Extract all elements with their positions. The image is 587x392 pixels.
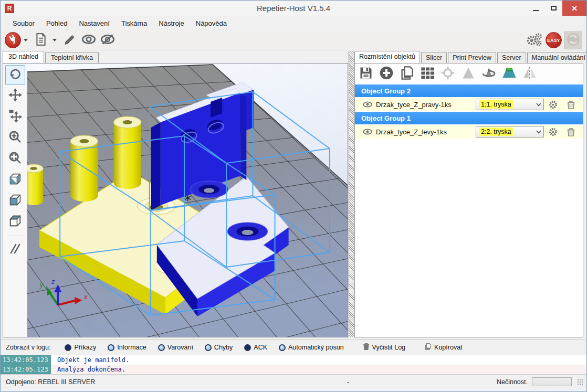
statusbar: Odpojeno: REBEL III SERVER - Nečinnost.	[1, 374, 586, 389]
emergency-stop-button[interactable]	[564, 31, 582, 49]
main-area: 3D náhled Teplotní křivka	[1, 50, 586, 340]
autoposition-button[interactable]	[420, 66, 435, 82]
load-dropdown-caret[interactable]	[53, 39, 57, 41]
tab-temperature-curve[interactable]: Teplotní křivka	[45, 52, 99, 63]
pane-splitter[interactable]	[348, 51, 354, 337]
object-row[interactable]: Drzak_tyce_Z_levy-1ks 2:2. tryska	[355, 125, 583, 139]
move-object-button[interactable]	[5, 107, 25, 127]
grid-squares-icon	[420, 66, 435, 82]
printer-settings-button[interactable]	[527, 33, 542, 48]
tab-manual-control[interactable]: Manuální ovládání	[527, 52, 587, 63]
extruder-select[interactable]: 1:1. tryska	[476, 99, 544, 110]
tab-server[interactable]: Server	[497, 52, 526, 63]
log-message: Objekt je manifold.	[51, 356, 129, 364]
hide-travel-button[interactable]	[100, 33, 116, 48]
object-name: Drzak_tyce_Z_levy-1ks	[376, 128, 476, 136]
tab-slicer[interactable]: Slicer	[421, 52, 447, 63]
rotate-object-icon	[481, 66, 497, 82]
menu-soubor[interactable]: Soubor	[7, 17, 40, 29]
log-view[interactable]: 13:42:05.123 Objekt je manifold. 13:42:0…	[1, 355, 586, 374]
filter-errors[interactable]: Chyby	[200, 343, 237, 352]
log-filter-label: Zobrazit v logu:	[6, 344, 50, 351]
canvas-3d[interactable]: * x y z	[27, 63, 348, 337]
tab-print-preview[interactable]: Print Preview	[448, 52, 496, 63]
progress-bar	[532, 377, 572, 386]
filter-ack-icon	[244, 344, 251, 351]
view-toolbar	[3, 63, 27, 337]
center-object-button[interactable]	[440, 66, 456, 82]
window-title: Repetier-Host V1.5.4	[1, 4, 586, 13]
filter-autoscroll[interactable]: Automatický posun	[274, 343, 349, 352]
clear-log-button[interactable]: Vyčistit Log	[358, 342, 410, 353]
object-settings-button[interactable]	[544, 100, 562, 109]
filter-commands-icon	[65, 344, 71, 351]
rotate-object-button[interactable]	[481, 66, 497, 82]
menu-nastroje[interactable]: Nástroje	[153, 17, 190, 29]
object-row[interactable]: Drzak_tyce_Z_pravy-1ks 1:1. tryska	[355, 98, 583, 112]
activity-status: Nečinnost.	[497, 378, 528, 386]
tab-object-placement[interactable]: Rozmístění objektů	[354, 51, 420, 63]
rotate-view-button[interactable]	[5, 65, 25, 85]
filter-ack[interactable]: ACK	[239, 343, 272, 352]
menu-nastaveni[interactable]: Nastavení	[73, 17, 116, 29]
view-top-button[interactable]	[5, 212, 25, 232]
filter-warnings-icon	[158, 344, 165, 351]
resize-grip-icon[interactable]	[577, 379, 583, 385]
save-button[interactable]	[358, 66, 374, 82]
visibility-eye-icon[interactable]	[362, 101, 376, 108]
object-toolbar	[355, 63, 583, 84]
menu-tiskarna[interactable]: Tiskárna	[116, 17, 153, 29]
tab-3d-preview[interactable]: 3D náhled	[3, 51, 44, 63]
chevron-down-icon	[536, 101, 541, 108]
scale-triangle-icon	[461, 66, 476, 82]
cut-object-button[interactable]	[501, 66, 517, 82]
kill-icon	[566, 32, 581, 49]
object-settings-button[interactable]	[544, 128, 562, 136]
easy-mode-button[interactable]: EASY	[546, 32, 562, 48]
zoom-fit-button[interactable]	[5, 149, 25, 169]
close-button[interactable]: ✕	[562, 1, 586, 16]
zoom-in-button[interactable]	[5, 128, 25, 148]
filter-warnings[interactable]: Varování	[153, 343, 198, 352]
mirror-object-button[interactable]	[522, 66, 538, 82]
cube-front-icon	[8, 193, 23, 209]
menu-pohled[interactable]: Pohled	[40, 17, 73, 29]
edit-button[interactable]	[62, 33, 78, 48]
log-entry: 13:42:05.123 Objekt je manifold.	[1, 355, 586, 365]
connection-status: Odpojeno: REBEL III SERVER	[1, 378, 347, 386]
filter-errors-icon	[205, 344, 212, 351]
right-pane: Rozmístění objektů Slicer Print Preview …	[354, 51, 586, 337]
connect-dropdown-caret[interactable]	[24, 39, 28, 41]
connect-button[interactable]	[5, 32, 21, 48]
log-entry: 13:42:05.123 Analýza dokončena.	[1, 365, 586, 374]
cube-isometric-icon	[8, 172, 23, 188]
delete-object-button[interactable]	[562, 100, 580, 109]
scale-object-button[interactable]	[460, 66, 476, 82]
filter-commands[interactable]: Příkazy	[60, 343, 101, 352]
plus-circle-icon	[379, 66, 394, 82]
connect-plug-icon	[8, 34, 18, 47]
delete-object-button[interactable]	[562, 128, 580, 136]
object-group-header[interactable]: Object Group 2	[355, 84, 583, 98]
filter-info[interactable]: Informace	[103, 343, 151, 352]
gears-icon	[526, 31, 543, 49]
move-view-button[interactable]	[5, 86, 25, 106]
view-front-button[interactable]	[5, 191, 25, 211]
parallel-projection-button[interactable]	[5, 240, 25, 260]
copy-object-button[interactable]	[399, 66, 415, 82]
app-window: R Repetier-Host V1.5.4 ✕ Soubor Pohled N…	[0, 0, 587, 392]
visibility-eye-icon[interactable]	[362, 128, 376, 135]
crosshair-icon	[441, 66, 455, 82]
copy-log-button[interactable]: Kopírovat	[420, 342, 467, 353]
maximize-button[interactable]	[544, 1, 562, 16]
add-object-button[interactable]	[379, 66, 394, 82]
trash-icon	[363, 343, 370, 352]
extruder-select[interactable]: 2:2. tryska	[476, 126, 544, 137]
menu-napoveda[interactable]: Nápověda	[190, 17, 233, 29]
load-button[interactable]	[33, 33, 49, 48]
minimize-button[interactable]	[527, 1, 544, 16]
object-group-header[interactable]: Object Group 1	[355, 112, 583, 125]
left-tabbar: 3D náhled Teplotní křivka	[3, 51, 348, 63]
show-filament-button[interactable]	[81, 33, 97, 48]
view-isometric-button[interactable]	[5, 170, 25, 190]
